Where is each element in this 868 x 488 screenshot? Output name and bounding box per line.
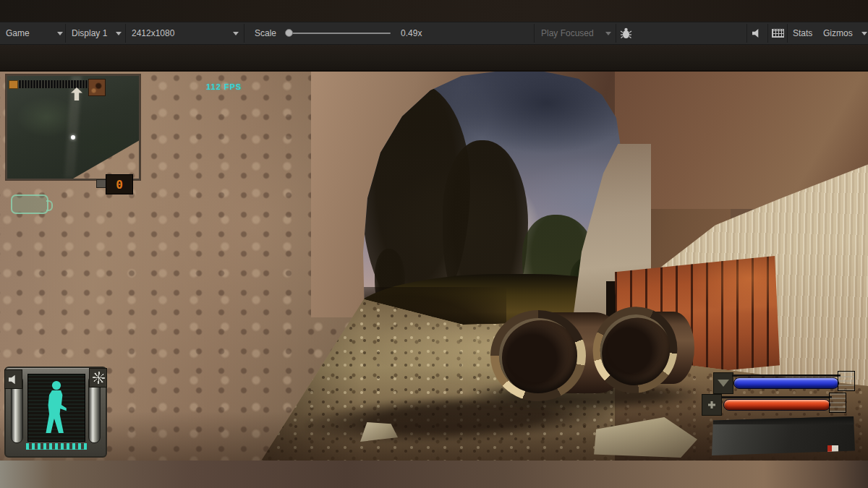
chevron-down-icon — [57, 32, 63, 35]
minimap-frame-box — [88, 79, 106, 96]
window-bottom-strip — [0, 461, 868, 488]
fps-counter: 112 FPS — [206, 82, 242, 91]
gizmos-dropdown[interactable]: Gizmos — [823, 22, 867, 44]
armor-bar — [733, 377, 839, 389]
radiation-star-icon — [93, 372, 105, 384]
game-tab-label: Game — [6, 28, 30, 38]
minimap-comb-strip — [16, 80, 88, 88]
minimap-corner-chip — [9, 80, 18, 89]
keyboard-grid-icon — [772, 29, 784, 38]
health-bar — [723, 399, 830, 411]
vsync-button[interactable] — [772, 22, 784, 44]
chevron-down-icon — [605, 32, 611, 35]
metal-barrel — [490, 310, 586, 401]
scale-slider[interactable] — [286, 33, 391, 34]
health-emblem — [702, 394, 722, 416]
toolbar-separator — [244, 24, 244, 43]
health-screen — [27, 374, 85, 442]
stats-button[interactable]: Stats — [793, 22, 812, 44]
play-focused-label: Play Focused — [541, 28, 594, 38]
medical-cross-icon — [708, 401, 715, 408]
counter-latch — [96, 179, 106, 188]
battery-icon — [11, 194, 48, 214]
scale-value: 0.49x — [401, 28, 422, 38]
speaker-icon — [752, 29, 762, 38]
mute-audio-button[interactable] — [752, 22, 762, 44]
armor-emblem — [713, 372, 733, 394]
toolbar-separator — [746, 24, 747, 43]
game-tab-dropdown[interactable]: Game — [6, 22, 63, 44]
speaker-icon — [9, 374, 19, 385]
chevron-down-icon — [116, 32, 122, 35]
toolbar-separator — [787, 24, 788, 43]
radiation-corner-box — [89, 368, 107, 388]
unity-game-view-window: Game Display 1 2412x1080 Scale 0.49x Pla… — [0, 0, 868, 488]
shield-chevron-icon — [718, 380, 729, 387]
speaker-corner-box — [4, 369, 22, 389]
toolbar-separator — [65, 24, 66, 43]
minimap — [6, 74, 140, 180]
minimap-counter: 0 — [106, 174, 133, 194]
weapon-slot-panel — [712, 416, 855, 455]
chevron-down-icon — [861, 32, 867, 35]
player-position-dot — [71, 135, 75, 140]
viewport-top-gutter — [0, 45, 868, 70]
toolbar-separator — [616, 24, 616, 43]
game-view-toolbar: Game Display 1 2412x1080 Scale 0.49x Pla… — [0, 22, 868, 45]
toolbar-separator — [125, 24, 126, 43]
health-bar-clamp — [829, 393, 846, 413]
chevron-down-icon — [233, 32, 239, 35]
health-bar-rod — [722, 396, 832, 398]
health-panel — [4, 367, 107, 458]
stamina-tick-bar — [26, 443, 87, 450]
scale-control: Scale 0.49x — [255, 22, 422, 44]
window-top-strip — [0, 0, 868, 22]
toolbar-separator — [767, 24, 768, 43]
resolution-dropdown[interactable]: 2412x1080 — [132, 22, 239, 44]
play-focused-dropdown[interactable]: Play Focused — [541, 22, 611, 44]
gizmos-label: Gizmos — [823, 28, 853, 38]
soldier-silhouette — [40, 378, 73, 436]
weapon-panel-tag — [827, 445, 838, 452]
scale-label: Scale — [255, 28, 276, 38]
game-viewport[interactable]: 112 FPS 0 — [0, 70, 868, 461]
armor-bar-clamp — [838, 371, 855, 391]
stats-label: Stats — [793, 28, 812, 38]
debug-bug-button[interactable] — [620, 22, 632, 44]
display-dropdown[interactable]: Display 1 — [72, 22, 122, 44]
toolbar-separator — [534, 24, 535, 43]
armor-bar-rod — [732, 374, 841, 377]
bug-icon — [620, 27, 632, 39]
display-label: Display 1 — [72, 28, 107, 38]
scale-slider-handle[interactable] — [285, 29, 293, 37]
resolution-label: 2412x1080 — [132, 28, 174, 38]
